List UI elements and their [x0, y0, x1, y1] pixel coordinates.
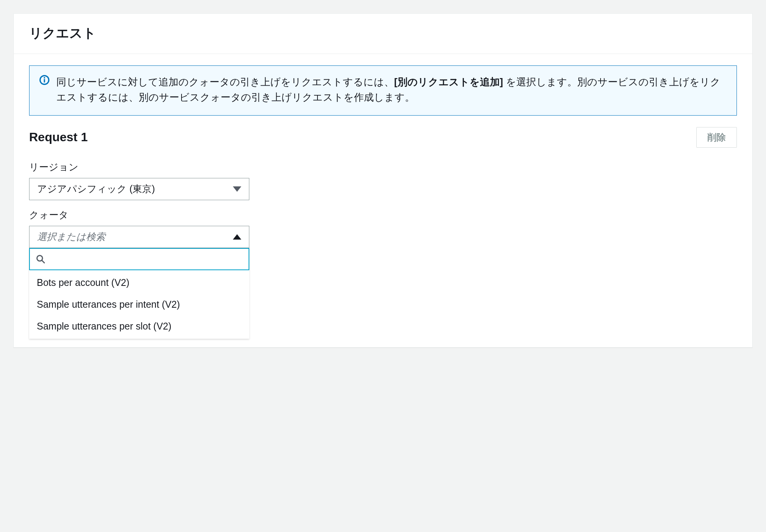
caret-up-icon	[233, 234, 241, 240]
info-alert: 同じサービスに対して追加のクォータの引き上げをリクエストするには、[別のリクエス…	[29, 65, 737, 116]
quota-select[interactable]: 選択または検索	[29, 226, 249, 248]
quota-placeholder: 選択または検索	[37, 230, 105, 243]
search-icon	[36, 255, 45, 264]
delete-button[interactable]: 削除	[696, 127, 737, 148]
quota-option[interactable]: Bots per account (V2)	[29, 272, 249, 294]
request-heading: Request 1	[29, 130, 88, 144]
quota-search-input[interactable]	[45, 254, 242, 264]
region-value: アジアパシフィック (東京)	[37, 183, 155, 195]
quota-option[interactable]: Sample utterances per intent (V2)	[29, 294, 249, 315]
quota-options-list: Bots per account (V2) Sample utterances …	[29, 270, 249, 339]
svg-line-4	[42, 260, 44, 263]
svg-point-1	[44, 77, 45, 78]
svg-rect-2	[44, 79, 45, 83]
region-label: リージョン	[29, 161, 737, 173]
quota-field: クォータ 選択または検索 Bots per account (V2) Sampl…	[29, 209, 737, 339]
caret-down-icon	[233, 186, 241, 192]
info-icon	[39, 74, 49, 105]
request-header: Request 1 削除	[29, 127, 737, 148]
panel-header: リクエスト	[14, 14, 752, 54]
requests-panel: リクエスト 同じサービスに対して追加のクォータの引き上げをリクエストするには、[…	[13, 13, 753, 348]
quota-dropdown: Bots per account (V2) Sample utterances …	[29, 248, 249, 339]
quota-option[interactable]: Sample utterances per slot (V2)	[29, 315, 249, 337]
info-text-before: 同じサービスに対して追加のクォータの引き上げをリクエストするには、	[56, 76, 394, 88]
quota-search-row	[29, 248, 249, 270]
panel-body: 同じサービスに対して追加のクォータの引き上げをリクエストするには、[別のリクエス…	[14, 54, 752, 339]
panel-title: リクエスト	[29, 24, 737, 42]
info-text-bold: [別のリクエストを追加]	[394, 76, 503, 88]
quota-label: クォータ	[29, 209, 737, 221]
info-text: 同じサービスに対して追加のクォータの引き上げをリクエストするには、[別のリクエス…	[56, 74, 727, 105]
region-field: リージョン アジアパシフィック (東京)	[29, 161, 737, 200]
region-select[interactable]: アジアパシフィック (東京)	[29, 178, 249, 200]
